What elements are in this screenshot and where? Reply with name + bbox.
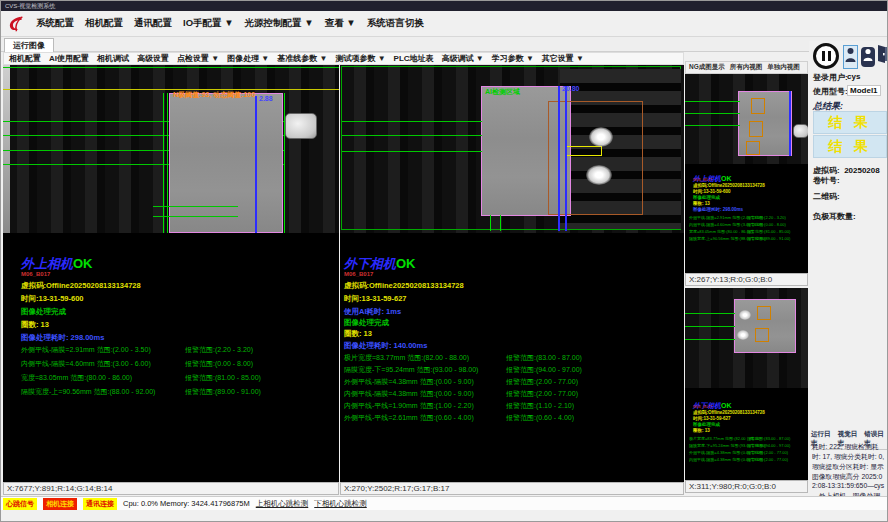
green-edge-line — [167, 93, 168, 233]
user-login-button[interactable] — [843, 45, 858, 69]
menu-comm-config[interactable]: 通讯配置 — [134, 17, 172, 30]
measure-value-label: 2.88 — [259, 95, 273, 102]
measurement-row: 内侧平线-隔膜=4.60mm 范围:(3.00 - 6.00) — [21, 359, 151, 369]
camera-sub-label: M06_B017 — [344, 271, 373, 277]
cpu-memory-status: Cpu: 0.0% Memory: 3424.41796875M — [123, 499, 250, 508]
preview-bottom-view[interactable]: 外下相机OK M06_B017 虚拟码:Offline2025020813313… — [685, 288, 808, 480]
electrode-region — [169, 93, 283, 233]
green-line — [685, 101, 740, 102]
tab-ng-image[interactable]: NG成图显示 — [689, 63, 725, 72]
menu-io-config[interactable]: IO手配置 ▼ — [183, 17, 234, 30]
left-camera-image[interactable]: 2.88 N极阈值:93, 动态阈值:100 — [3, 65, 339, 233]
tool-camera-debug[interactable]: 相机调试 — [97, 53, 129, 64]
login-user-label: 登录用户: — [813, 72, 848, 83]
green-line — [153, 206, 238, 207]
mini-ptime: 图像处理耗时: 298.00ms — [693, 207, 743, 212]
model-label: 使用型号: — [813, 86, 848, 97]
pause-icon — [822, 51, 831, 61]
preview-tabs: NG成图显示 所有内视图 单独内视图 — [685, 61, 808, 74]
operator-button[interactable] — [861, 47, 875, 67]
mini-roi-box — [749, 121, 763, 137]
pause-button[interactable] — [813, 43, 839, 69]
process-time-label: 图像处理耗时: 298.00ms — [21, 333, 104, 343]
left-camera-view[interactable]: 2.88 N极阈值:93, 动态阈值:100 外上相机OK M06_B017 虚… — [3, 65, 339, 482]
green-edge-line — [163, 93, 164, 233]
tool-plc-address[interactable]: PLC地址表 — [394, 53, 434, 64]
mini-code: 虚拟码:Offline20250208133134728 — [693, 410, 765, 415]
yellow-line — [3, 89, 339, 90]
exit-door-icon — [877, 44, 888, 68]
green-tick — [500, 215, 501, 231]
tool-advanced-settings[interactable]: 高级设置 — [137, 53, 169, 64]
mini-turns: 圈数: 13 — [693, 428, 710, 433]
window-title: CVS-视觉检测系统 — [1, 1, 888, 11]
measure-value-label: 20.80 — [562, 85, 580, 92]
green-line — [685, 113, 740, 114]
mini-alarm: 报警范围:(0.00 - 8.00) — [747, 222, 786, 227]
measurement-row: 内侧平线-隔膜=4.38mm 范围:(0.00 - 9.00) — [344, 389, 474, 399]
tool-baseline-params[interactable]: 基准线参数 ▼ — [277, 53, 327, 64]
preview-top-view[interactable]: 外上相机OK M06_B017 虚拟码:Offline2025020813313… — [685, 74, 808, 273]
virtual-code-value: 20250208 — [844, 166, 880, 175]
turn-count-label: 圈数: 13 — [344, 329, 372, 339]
turn-count-label: 圈数: 13 — [21, 320, 49, 330]
alarm-range: 报警范围:(2.00 - 77.00) — [506, 377, 578, 387]
lower-camera-heartbeat-link[interactable]: 下相机心跳检测 — [314, 499, 367, 509]
tool-camera-config[interactable]: 相机配置 — [9, 53, 41, 64]
alarm-range: 报警范围:(83.00 - 87.00) — [506, 353, 582, 363]
tool-spot-check[interactable]: 点检设置 ▼ — [177, 53, 219, 64]
tab-run-image[interactable]: 运行图像 — [4, 38, 54, 53]
login-user-value: cys — [847, 72, 860, 81]
mini-alarm: 报警范围:(89.00 - 91.00) — [747, 236, 790, 241]
mini-measure: 宽度=83.05mm 范围:(80.00 - 86.00) — [689, 229, 752, 234]
camera-connection-badge: 相机连接 — [43, 498, 77, 510]
middle-camera-image[interactable]: 20.80 AI检测区域 — [340, 65, 684, 233]
tab-all-views[interactable]: 所有内视图 — [730, 63, 763, 72]
camera-ok-status: OK — [73, 256, 93, 271]
measurement-row: 内侧平线-平线=1.90mm 范围:(1.00 - 2.20) — [344, 401, 474, 411]
time-label: 时间:13-31-59-600 — [21, 294, 84, 304]
menu-view[interactable]: 查看 ▼ — [325, 17, 356, 30]
alarm-range: 报警范围:(2.20 - 3.20) — [185, 345, 253, 355]
menu-light-config[interactable]: 光源控制配置 ▼ — [245, 17, 314, 30]
tool-advanced-debug[interactable]: 高级调试 ▼ — [442, 53, 484, 64]
result-box-2: 结 果 — [813, 135, 887, 158]
tool-ai-usage-config[interactable]: AI使用配置 — [49, 53, 89, 64]
green-line — [342, 151, 482, 152]
app-window: CVS-视觉检测系统 系统配置 相机配置 通讯配置 IO手配置 ▼ 光源控制配置… — [0, 0, 888, 522]
tool-test-params[interactable]: 测试项参数 ▼ — [335, 53, 385, 64]
middle-camera-view[interactable]: 20.80 AI检测区域 外下相机OK M06_B017 虚拟码:Offline… — [340, 65, 684, 482]
exit-button[interactable] — [877, 45, 888, 67]
blue-measure-line — [558, 86, 560, 231]
menu-camera-config[interactable]: 相机配置 — [85, 17, 123, 30]
green-line — [153, 216, 238, 217]
menu-language-switch[interactable]: 系统语言切换 — [367, 17, 424, 30]
preview-bottom-image[interactable] — [685, 288, 808, 388]
log-text[interactable]: 耗时: 222, 瑕疵检测耗时: 17, 瑕疵分类耗时: 0, 瑕疵提取分区耗时… — [812, 442, 886, 522]
tool-learning-params[interactable]: 学习参数 ▼ — [492, 53, 534, 64]
ai-region-label: AI检测区域 — [485, 87, 520, 97]
green-line — [3, 67, 339, 68]
preview-top-coords: X:267;Y:13;R:0;G:0;B:0 — [685, 273, 808, 286]
time-label: 时间:13-31-59-627 — [344, 294, 407, 304]
tab-count-label: 负极耳数量: — [813, 211, 856, 222]
reflection-hotspot — [739, 310, 751, 320]
measurement-row: 外侧平线-平线=2.61mm 范围:(0.60 - 4.00) — [344, 413, 474, 423]
mini-roi-box — [757, 306, 771, 320]
upper-camera-heartbeat-link[interactable]: 上相机心跳检测 — [256, 499, 309, 509]
process-time-label: 图像处理耗时: 140.00ms — [344, 341, 427, 351]
model-value-field[interactable]: Model1 — [847, 85, 881, 96]
tab-single-view[interactable]: 单独内视图 — [767, 63, 800, 72]
virtual-code-label: 虚拟码: — [813, 166, 840, 175]
control-panel: 登录用户: cys 使用型号: Model1 总结果: 结 果 结 果 虚拟码:… — [809, 41, 888, 496]
preview-top-image[interactable] — [685, 74, 808, 164]
green-line — [685, 339, 735, 340]
tab-strip: 运行图像 — [1, 37, 888, 52]
menu-system-config[interactable]: 系统配置 — [36, 17, 74, 30]
heartbeat-status-badge: 心跳信号 — [3, 498, 37, 510]
mini-alarm: 报警范围:(2.00 - 77.00) — [747, 457, 788, 462]
tool-other-settings[interactable]: 其它设置 ▼ — [542, 53, 584, 64]
reflection-hotspot — [586, 165, 612, 185]
tool-image-processing[interactable]: 图像处理 ▼ — [227, 53, 269, 64]
alarm-range: 报警范围:(0.60 - 4.00) — [506, 413, 574, 423]
